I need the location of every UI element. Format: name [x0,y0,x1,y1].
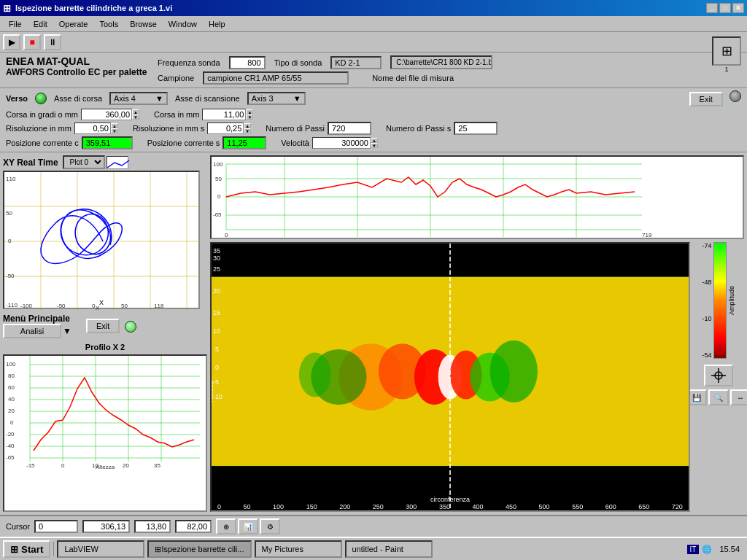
frequenza-input[interactable] [229,56,266,69]
menu-window[interactable]: Window [163,18,203,30]
corsa-gradi-spinbox[interactable]: ▲▼ [81,109,139,120]
svg-text:20: 20 [123,462,129,469]
menu-principale-section: Menù Principale Analisi ▼ [3,314,71,338]
tipo-value: KD 2-1 [330,56,382,69]
colorbar-gradient [713,242,727,359]
velocita-spinbox[interactable]: ▲▼ [312,137,378,149]
frequenza-label: Frequenza sonda [158,58,220,67]
menu-help[interactable]: Help [203,18,231,30]
cursor-tool-3[interactable]: ⚙ [260,518,280,534]
pos-c-row: Posizione corrente c 359,51 [6,136,133,149]
analisi-button[interactable]: Analisi [3,324,61,338]
posizione-row: Posizione corrente c 359,51 Posizione co… [6,136,741,149]
risoluzione-s-row: Risoluzione in mm s ▲▼ [133,122,251,134]
taskbar-paint[interactable]: untitled - Paint [345,540,433,558]
svg-text:-20: -20 [6,431,15,438]
menu-edit[interactable]: Edit [28,18,53,30]
toolbar-extra: ⊞ 1 [712,36,741,73]
minimize-button[interactable]: _ [706,3,718,13]
close-button[interactable]: ✕ [732,3,744,13]
network-icon: 🌐 [702,545,712,554]
start-label: Start [21,544,43,555]
app-title-line2: AWFORS Controllo EC per palette [6,67,152,77]
num-passi-label: Numero di Passi [266,124,325,133]
corsa-gradi-input[interactable] [81,109,132,120]
title-bar: ⊞ Ispezione barrette cilindriche a greca… [0,0,747,16]
pos-c-value: 359,51 [82,136,133,149]
xy-header: XY Real Time Plot 0 [3,155,207,169]
toolbar-stop2[interactable]: ⏸ [44,34,61,50]
window-icon: ⊞ [3,3,11,14]
profilo-x2-label: Profilo X 2 [3,343,207,351]
asse-corsa-label: Asse di corsa [54,94,102,103]
toolbar: ▶ ■ ⏸ ⊞ 1 [0,32,747,52]
svg-text:40: 40 [8,396,15,402]
svg-text:80: 80 [8,373,15,379]
cursor-tool-1[interactable]: ⊕ [216,518,236,534]
plot-select[interactable]: Plot 0 [63,155,105,169]
svg-text:Altezza: Altezza [96,464,115,470]
charts-main: XY Real Time Plot 0 [0,152,747,515]
cursor-z-input[interactable] [175,520,212,533]
colorbar-labels: -74 -48 -10 -54 [702,242,711,359]
taskbar-labview[interactable]: LabVIEW [57,540,144,558]
menu-operate[interactable]: Operate [53,18,94,30]
exit-led-2 [125,321,136,332]
taskbar-divider [53,542,54,556]
taskbar-ispezione[interactable]: ⊞ Ispezione barrette cili... [147,540,251,558]
dropdown-arrow[interactable]: ▼ [63,326,71,336]
risoluzione-s-label: Risoluzione in mm s [133,124,204,133]
num-passi-row: Numero di Passi 720 [266,122,371,135]
svg-text:-110: -110 [6,302,18,308]
corsa-mm-spinbox[interactable]: ▲▼ [202,109,253,120]
corsa-mm-input[interactable] [202,109,246,120]
menu-browse[interactable]: Browse [124,18,163,30]
toolbar-run[interactable]: ▶ [3,34,20,50]
pos-s-label: Posizione corrente s [147,139,220,147]
taskbar-pictures[interactable]: My Pictures [255,540,342,558]
svg-text:0: 0 [217,193,221,200]
colorbar-val2: -48 [702,279,711,286]
svg-text:0: 0 [10,419,14,426]
exit-button-2[interactable]: Exit [86,319,120,333]
exit-button[interactable]: Exit [689,92,723,106]
toolbar-stop[interactable]: ■ [23,34,41,50]
taskbar-paint-label: untitled - Paint [352,545,403,553]
asse-corsa-value[interactable]: Axis 4▼ [109,92,168,105]
asse-scansione-value[interactable]: Axis 3▼ [247,92,306,105]
velocita-input[interactable] [312,137,371,149]
profilo-x-section: 100 50 0 -65 0 719 Profilo X [210,155,744,239]
crosshair-tool[interactable] [704,365,733,386]
cursor-y-input[interactable] [134,520,171,533]
menu-file[interactable]: File [3,18,28,30]
led-indicator [35,93,47,104]
risoluzione-s-spinbox[interactable]: ▲▼ [207,122,251,134]
colorbar-tools: -74 -48 -10 -54 Amplitude 💾 [693,242,744,512]
taskbar-ispezione-icon: ⊞ [155,545,161,554]
profilo-x2-canvas: 100 80 60 40 20 0 -20 -40 -65 -15 0 10 2… [3,354,207,512]
svg-text:110: 110 [6,176,16,182]
heatmap-x-label: circonferenza [430,496,470,503]
risoluzione-spinbox[interactable]: ▲▼ [74,122,118,134]
menu-tools[interactable]: Tools [93,18,124,30]
start-button[interactable]: ⊞ Start [3,540,50,558]
exit-section: Exit [86,319,136,333]
zoom-tool[interactable]: 🔍 [708,389,729,405]
cursor-tool[interactable]: ↔ [730,389,747,405]
colorbar-val4: -54 [702,351,711,359]
right-column: 100 50 0 -65 0 719 Profilo X [210,155,744,512]
svg-text:118: 118 [154,303,164,309]
maximize-button[interactable]: □ [719,3,731,13]
corsa-gradi-label: Corsa in gradi o mm [6,110,78,119]
top-params: ENEA MAT-QUAL AWFORS Controllo EC per pa… [0,52,747,88]
risoluzione-input[interactable] [74,122,111,134]
xy-x-label: X [99,299,104,306]
taskbar-ispezione-label: Ispezione barrette cili... [161,545,244,553]
heatmap-svg [212,244,689,510]
cursor-x-input[interactable] [82,520,130,533]
risoluzione-s-input[interactable] [207,122,244,134]
cursor-tool-2[interactable]: 📊 [238,518,258,534]
velocita-row: Velocità ▲▼ [281,137,378,149]
colorbar-val3: -10 [702,315,711,322]
taskbar-pictures-label: My Pictures [262,545,303,553]
